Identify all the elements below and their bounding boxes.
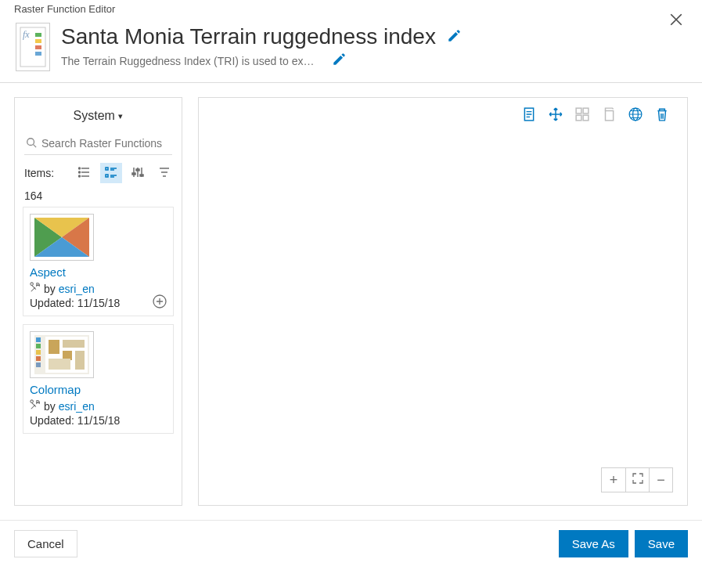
svg-rect-25 [36, 356, 41, 361]
svg-point-9 [79, 175, 81, 177]
items-label: Items: [24, 167, 54, 179]
editor-canvas[interactable]: + − [198, 97, 688, 506]
by-word: by [44, 283, 56, 295]
search-input[interactable] [24, 132, 172, 154]
svg-rect-36 [576, 115, 581, 121]
zoom-in-button[interactable]: + [602, 468, 625, 492]
page-description: The Terrain Ruggedness Index (TRI) is us… [61, 55, 319, 67]
minus-icon: − [657, 472, 665, 489]
globe-button[interactable] [628, 107, 643, 123]
close-button[interactable] [669, 13, 683, 29]
svg-rect-10 [106, 168, 108, 170]
svg-rect-3 [35, 39, 41, 43]
svg-rect-27 [49, 340, 59, 354]
plus-circle-icon [153, 298, 167, 311]
edit-description-button[interactable] [332, 52, 346, 69]
category-label: System [74, 109, 115, 122]
svg-rect-12 [132, 173, 135, 175]
by-word: by [44, 400, 56, 413]
trash-icon [655, 107, 669, 124]
close-icon [669, 16, 683, 29]
save-button[interactable]: Save [635, 530, 688, 557]
svg-rect-26 [36, 363, 41, 367]
function-thumbnail [30, 331, 94, 378]
edit-title-button[interactable] [447, 29, 461, 45]
svg-rect-2 [35, 33, 41, 37]
svg-point-7 [79, 168, 81, 169]
header: fx Santa Monia Terrain ruggedness index … [0, 16, 702, 83]
function-card[interactable]: Colormap by esri_en Updated: 11/15/18 [23, 324, 174, 434]
svg-point-19 [31, 283, 34, 286]
svg-rect-31 [49, 359, 70, 370]
chevron-down-icon: ▾ [118, 111, 123, 121]
window-title: Raster Function Editor [0, 0, 702, 16]
move-icon [549, 107, 563, 124]
cancel-button[interactable]: Cancel [14, 530, 77, 557]
fit-icon [632, 472, 644, 489]
copy-button[interactable] [601, 107, 617, 123]
svg-rect-22 [36, 337, 41, 342]
detail-list-icon [105, 166, 117, 181]
svg-rect-4 [35, 45, 41, 49]
svg-rect-30 [75, 351, 85, 370]
function-card[interactable]: Aspect by esri_en Updated: 11/15/18 [23, 207, 174, 316]
copy-icon [602, 107, 616, 124]
svg-rect-28 [63, 340, 85, 348]
author-link[interactable]: esri_en [59, 400, 95, 413]
svg-point-32 [31, 400, 34, 403]
zoom-controls: + − [601, 467, 673, 492]
search-icon [26, 137, 37, 150]
zoom-out-button[interactable]: − [649, 468, 672, 492]
updated-date: Updated: 11/15/18 [30, 414, 167, 427]
function-name-link[interactable]: Aspect [30, 265, 167, 279]
svg-rect-24 [36, 350, 41, 355]
globe-icon [628, 107, 643, 124]
svg-rect-37 [583, 115, 589, 121]
properties-button[interactable] [521, 107, 537, 123]
list-icon [78, 166, 91, 181]
svg-rect-14 [140, 175, 143, 176]
pencil-icon [332, 56, 346, 69]
svg-rect-38 [606, 110, 614, 120]
grid-icon [575, 107, 589, 124]
svg-rect-11 [106, 175, 108, 177]
plus-icon: + [610, 472, 618, 489]
auto-layout-button[interactable] [574, 107, 590, 123]
page-title: Santa Monia Terrain ruggedness index [61, 24, 436, 49]
svg-point-6 [27, 139, 34, 146]
svg-rect-34 [576, 108, 581, 114]
template-thumbnail: fx [16, 23, 50, 71]
save-as-button[interactable]: Save As [559, 530, 628, 557]
tools-icon [30, 399, 41, 413]
sort-button[interactable] [127, 163, 149, 183]
updated-date: Updated: 11/15/18 [30, 297, 167, 309]
functions-panel: System ▾ Items: [14, 97, 182, 506]
filter-button[interactable] [153, 163, 175, 183]
svg-rect-23 [36, 344, 41, 348]
svg-point-8 [79, 171, 81, 173]
function-thumbnail [30, 214, 94, 261]
zoom-fit-button[interactable] [625, 468, 649, 492]
filter-icon [158, 166, 171, 181]
svg-rect-5 [35, 52, 41, 56]
document-icon [522, 107, 536, 124]
view-detail-button[interactable] [100, 163, 122, 183]
tools-icon [30, 282, 41, 295]
items-count: 164 [21, 189, 175, 202]
svg-rect-35 [583, 108, 589, 114]
add-function-button[interactable] [153, 294, 167, 311]
pencil-icon [447, 33, 461, 45]
sliders-icon [131, 166, 144, 181]
delete-button[interactable] [654, 107, 670, 123]
move-button[interactable] [548, 107, 563, 123]
author-link[interactable]: esri_en [59, 283, 95, 295]
view-list-button[interactable] [74, 163, 95, 183]
svg-text:fx: fx [23, 29, 30, 40]
svg-rect-13 [136, 169, 139, 171]
function-name-link[interactable]: Colormap [30, 383, 167, 396]
category-dropdown[interactable]: System ▾ [21, 109, 175, 132]
